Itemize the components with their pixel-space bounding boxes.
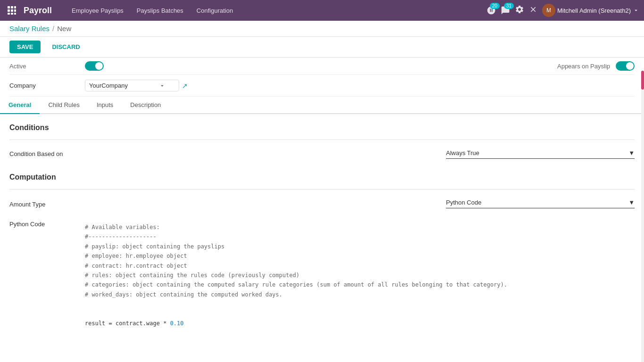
python-code-label: Python Code	[9, 218, 85, 228]
result-code: result = contract.wage *	[85, 320, 170, 327]
python-code-row: Python Code # Available variables: #----…	[9, 218, 635, 333]
top-navigation: Payroll Employee Payslips Payslips Batch…	[0, 0, 644, 21]
svg-rect-3	[8, 9, 10, 12]
nav-payslips-batches[interactable]: Payslips Batches	[131, 4, 189, 17]
scrollbar-track	[641, 71, 644, 362]
condition-based-on-label: Condition Based on	[9, 148, 85, 157]
breadcrumb-separator: /	[52, 25, 54, 33]
breadcrumb: Salary Rules / New	[0, 21, 644, 37]
amount-type-selected: Python Code	[446, 199, 481, 206]
tab-child-rules[interactable]: Child Rules	[40, 97, 88, 114]
company-select[interactable]: YourCompany	[85, 80, 179, 91]
breadcrumb-current: New	[57, 25, 71, 33]
computation-section: Computation Amount Type Python Code ▼ Py…	[9, 173, 635, 333]
user-name: Mitchell Admin (Sreenath2)	[557, 7, 631, 14]
computation-divider	[9, 189, 635, 189]
conditions-section: Conditions Condition Based on Always Tru…	[9, 123, 635, 159]
company-select-wrapper: YourCompany ↗	[85, 80, 188, 91]
tab-general[interactable]: General	[0, 97, 40, 114]
amount-type-row: Amount Type Python Code ▼	[9, 197, 635, 208]
nav-configuration[interactable]: Configuration	[191, 4, 239, 17]
code-line-2: #--------------------	[85, 232, 635, 241]
svg-rect-5	[14, 9, 16, 12]
amount-type-dropdown[interactable]: Python Code ▼	[446, 197, 635, 208]
code-line-1: # Available variables:	[85, 222, 635, 232]
amount-type-label: Amount Type	[9, 198, 85, 208]
appears-on-payslip-label: Appears on Payslip	[557, 63, 610, 70]
updates-badge: 20	[490, 3, 500, 9]
amount-type-dropdown-arrow: ▼	[628, 199, 635, 206]
code-line-7: # categories: object containing the comp…	[85, 280, 635, 289]
nav-links: Employee Payslips Payslips Batches Confi…	[66, 4, 482, 17]
condition-dropdown-arrow: ▼	[628, 149, 635, 156]
tab-bar: General Child Rules Inputs Description	[0, 97, 644, 114]
close-icon[interactable]	[529, 5, 537, 16]
appears-on-payslip-toggle[interactable]	[616, 61, 635, 71]
avatar: M	[542, 4, 555, 17]
active-toggle[interactable]	[85, 61, 104, 71]
svg-rect-6	[8, 13, 10, 15]
python-code-block[interactable]: # Available variables: #----------------…	[85, 218, 635, 333]
condition-based-on-selected: Always True	[446, 149, 479, 156]
code-line-8: # worked_days: object containing the com…	[85, 290, 635, 299]
form-top-fields: Active Appears on Payslip Company YourCo…	[0, 58, 644, 97]
messages-icon[interactable]: 31	[501, 6, 510, 15]
chevron-down-icon	[633, 7, 639, 14]
scrollbar-thumb[interactable]	[641, 71, 644, 90]
code-line-12: result = contract.wage * 0.10	[85, 319, 635, 328]
python-code-area: # Available variables: #----------------…	[85, 218, 635, 333]
nav-employee-payslips[interactable]: Employee Payslips	[66, 4, 129, 17]
settings-icon[interactable]	[515, 5, 524, 16]
svg-rect-8	[14, 13, 16, 15]
active-label: Active	[9, 63, 85, 70]
result-value: 0.10	[170, 320, 184, 327]
code-line-11	[85, 309, 635, 319]
save-button[interactable]: SAVE	[9, 41, 41, 53]
messages-badge: 31	[504, 3, 514, 9]
company-value: YourCompany	[89, 82, 128, 89]
app-title: Payroll	[24, 6, 52, 16]
code-line-3: # payslip: object containing the payslip…	[85, 242, 635, 251]
computation-title: Computation	[9, 173, 635, 181]
company-row: Company YourCompany ↗	[9, 75, 635, 97]
tab-description[interactable]: Description	[122, 97, 169, 114]
main-content: Conditions Condition Based on Always Tru…	[0, 114, 644, 362]
svg-rect-7	[11, 13, 13, 15]
code-line-9	[85, 299, 635, 309]
code-line-4: # employee: hr.employee object	[85, 251, 635, 261]
code-line-6: # rules: object containing the rules cod…	[85, 271, 635, 280]
active-value	[85, 61, 104, 71]
code-line-5: # contract: hr.contract object	[85, 261, 635, 271]
user-menu[interactable]: M Mitchell Admin (Sreenath2)	[542, 4, 639, 17]
external-link-icon[interactable]: ↗	[182, 82, 188, 90]
company-label: Company	[9, 82, 85, 89]
active-row: Active Appears on Payslip	[9, 58, 635, 75]
updates-icon[interactable]: 20	[487, 6, 496, 15]
condition-dropdown-area: Always True ▼	[446, 148, 635, 159]
svg-rect-0	[8, 6, 10, 8]
svg-rect-4	[11, 9, 13, 12]
conditions-divider	[9, 140, 635, 140]
action-bar: SAVE DISCARD	[0, 37, 644, 58]
amount-type-dropdown-area: Python Code ▼	[446, 197, 635, 208]
condition-based-on-row: Condition Based on Always True ▼	[9, 148, 635, 159]
tab-inputs[interactable]: Inputs	[88, 97, 122, 114]
top-right-actions: 20 31 M Mitchell Admin (Sreenath2)	[487, 4, 639, 17]
company-select-arrow	[159, 82, 165, 89]
condition-based-on-dropdown[interactable]: Always True ▼	[446, 148, 635, 159]
svg-rect-1	[11, 6, 13, 8]
discard-button[interactable]: DISCARD	[44, 41, 87, 53]
breadcrumb-parent[interactable]: Salary Rules	[9, 25, 50, 33]
svg-rect-2	[14, 6, 16, 8]
apps-menu-button[interactable]	[5, 3, 19, 17]
conditions-title: Conditions	[9, 123, 635, 132]
